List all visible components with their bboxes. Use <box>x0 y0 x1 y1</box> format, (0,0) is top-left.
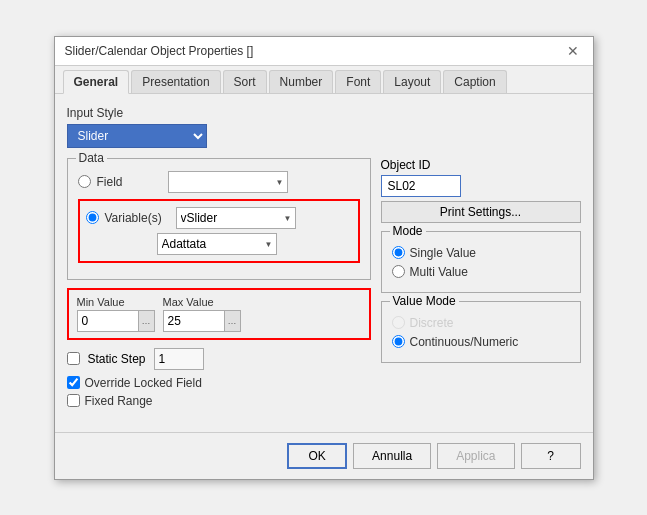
variables-select-wrapper: vSlider <box>176 207 296 229</box>
adattata-row: Adattata <box>86 233 352 255</box>
main-row: Data Field <box>67 158 581 412</box>
tab-caption[interactable]: Caption <box>443 70 506 93</box>
help-button[interactable]: ? <box>521 443 581 469</box>
object-id-input[interactable] <box>381 175 461 197</box>
print-settings-button[interactable]: Print Settings... <box>381 201 581 223</box>
field-radio[interactable] <box>78 175 91 188</box>
content-area: Input Style Slider Calendar Data Field <box>55 94 593 424</box>
override-locked-row: Override Locked Field <box>67 376 371 390</box>
tab-bar: General Presentation Sort Number Font La… <box>55 66 593 94</box>
left-panel: Data Field <box>67 158 371 412</box>
discrete-row: Discrete <box>392 316 570 330</box>
static-step-label: Static Step <box>88 352 146 366</box>
value-mode-options: Discrete Continuous/Numeric <box>392 316 570 349</box>
variables-row: Variable(s) vSlider <box>86 207 352 229</box>
min-value-input[interactable] <box>78 311 138 331</box>
tab-number[interactable]: Number <box>269 70 334 93</box>
right-panel: Object ID Print Settings... Mode Single … <box>381 158 581 412</box>
single-value-row: Single Value <box>392 246 570 260</box>
max-value-input[interactable] <box>164 311 224 331</box>
min-value-label: Min Value <box>77 296 155 308</box>
discrete-radio[interactable] <box>392 316 405 329</box>
dialog-title: Slider/Calendar Object Properties [] <box>65 44 254 58</box>
footer: OK Annulla Applica ? <box>55 432 593 479</box>
max-value-input-wrapper: … <box>163 310 241 332</box>
min-max-row: Min Value … Max Value … <box>77 296 361 332</box>
tab-font[interactable]: Font <box>335 70 381 93</box>
variables-highlighted-box: Variable(s) vSlider <box>78 199 360 263</box>
multi-value-row: Multi Value <box>392 265 570 279</box>
single-value-label: Single Value <box>410 246 477 260</box>
min-value-group: Min Value … <box>77 296 155 332</box>
variables-label: Variable(s) <box>105 211 170 225</box>
annulla-button[interactable]: Annulla <box>353 443 431 469</box>
dialog: Slider/Calendar Object Properties [] ✕ G… <box>54 36 594 480</box>
variables-select[interactable]: vSlider <box>176 207 296 229</box>
fixed-range-checkbox[interactable] <box>67 394 80 407</box>
input-style-row: Slider Calendar <box>67 124 581 148</box>
multi-value-label: Multi Value <box>410 265 468 279</box>
mode-title: Mode <box>390 224 426 238</box>
continuous-label: Continuous/Numeric <box>410 335 519 349</box>
max-value-group: Max Value … <box>163 296 241 332</box>
min-max-box: Min Value … Max Value … <box>67 288 371 340</box>
value-mode-title: Value Mode <box>390 294 459 308</box>
static-step-input[interactable] <box>154 348 204 370</box>
fixed-range-row: Fixed Range <box>67 394 371 408</box>
min-value-input-wrapper: … <box>77 310 155 332</box>
mode-group: Mode Single Value Multi Value <box>381 231 581 293</box>
data-group-content: Field Variable(s) <box>78 171 360 263</box>
close-button[interactable]: ✕ <box>563 43 583 59</box>
data-group: Data Field <box>67 158 371 280</box>
min-value-btn[interactable]: … <box>138 311 154 331</box>
field-row: Field <box>78 171 360 193</box>
static-step-row: Static Step <box>67 348 371 370</box>
input-style-select[interactable]: Slider Calendar <box>67 124 207 148</box>
field-select[interactable] <box>168 171 288 193</box>
tab-presentation[interactable]: Presentation <box>131 70 220 93</box>
multi-value-radio[interactable] <box>392 265 405 278</box>
max-value-btn[interactable]: … <box>224 311 240 331</box>
mode-options: Single Value Multi Value <box>392 246 570 279</box>
tab-sort[interactable]: Sort <box>223 70 267 93</box>
object-id-label: Object ID <box>381 158 581 172</box>
title-bar: Slider/Calendar Object Properties [] ✕ <box>55 37 593 66</box>
input-style-label: Input Style <box>67 106 581 120</box>
continuous-row: Continuous/Numeric <box>392 335 570 349</box>
applica-button[interactable]: Applica <box>437 443 514 469</box>
tab-layout[interactable]: Layout <box>383 70 441 93</box>
discrete-label: Discrete <box>410 316 454 330</box>
variables-radio[interactable] <box>86 211 99 224</box>
fixed-range-label: Fixed Range <box>85 394 153 408</box>
value-mode-group: Value Mode Discrete Continuous/Numeric <box>381 301 581 363</box>
static-step-checkbox[interactable] <box>67 352 80 365</box>
field-select-wrapper <box>168 171 288 193</box>
object-id-section: Object ID Print Settings... <box>381 158 581 223</box>
adattata-select-wrapper: Adattata <box>157 233 277 255</box>
tab-general[interactable]: General <box>63 70 130 94</box>
max-value-label: Max Value <box>163 296 241 308</box>
single-value-radio[interactable] <box>392 246 405 259</box>
data-group-title: Data <box>76 151 107 165</box>
field-label: Field <box>97 175 162 189</box>
override-locked-label: Override Locked Field <box>85 376 202 390</box>
continuous-radio[interactable] <box>392 335 405 348</box>
override-locked-checkbox[interactable] <box>67 376 80 389</box>
ok-button[interactable]: OK <box>287 443 347 469</box>
adattata-select[interactable]: Adattata <box>157 233 277 255</box>
